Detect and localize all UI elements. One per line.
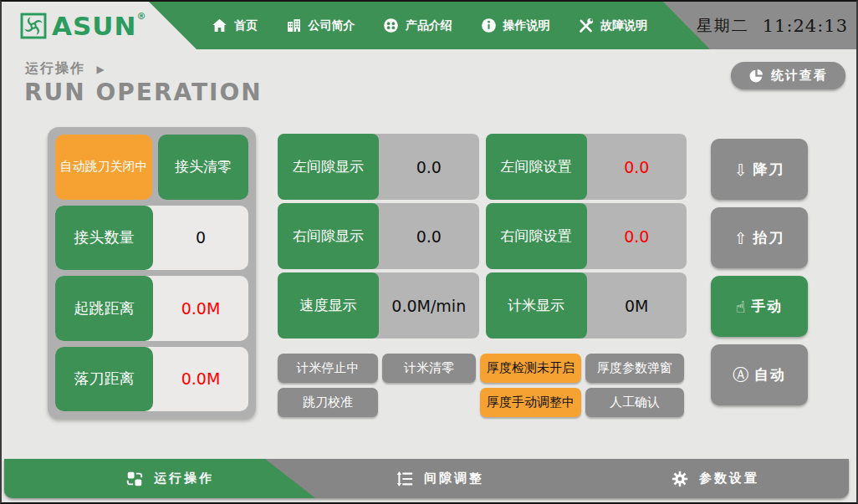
raise-knife-button[interactable]: ⇧ 抬刀 xyxy=(711,207,808,268)
meter-count-display-value: 0M xyxy=(587,272,687,339)
main-nav: 首页 公司简介 产品介绍 操作说明 故障说明 xyxy=(201,2,657,49)
auto-jump-status-button[interactable]: 自动跳刀关闭中 xyxy=(55,135,152,200)
nav-label: 产品介绍 xyxy=(406,18,452,33)
left-gap-display-value: 0.0 xyxy=(379,134,479,200)
right-gap-display: 右间隙显示 0.0 xyxy=(278,203,479,269)
left-gap-display-label: 左间隙显示 xyxy=(278,134,379,200)
right-gap-display-label: 右间隙显示 xyxy=(278,203,379,269)
joint-count-value: 0 xyxy=(153,206,248,271)
knife-drop-distance-value[interactable]: 0.0M xyxy=(153,347,248,412)
header-bar: 首页 公司简介 产品介绍 操作说明 故障说明 ASUN xyxy=(2,2,856,49)
right-gap-setting: 右间隙设置 0.0 xyxy=(486,203,687,269)
breadcrumb-label: 运行操作 xyxy=(25,60,85,76)
hand-touch-icon: ☝ xyxy=(736,298,746,316)
meter-count-display: 计米显示 0M xyxy=(486,272,687,339)
nav-item-products[interactable]: 产品介绍 xyxy=(382,17,452,34)
knife-control-panel: ⇩ 降刀 ⇧ 抬刀 ☝ 手动 Ⓐ 自动 xyxy=(711,139,808,405)
right-gap-display-value: 0.0 xyxy=(379,203,479,269)
clock-time: 11:24:13 xyxy=(763,16,848,36)
lower-knife-button[interactable]: ⇩ 降刀 xyxy=(711,139,808,200)
panel-row: 自动跳刀关闭中 接头清零 xyxy=(55,135,248,200)
right-gap-setting-value[interactable]: 0.0 xyxy=(587,203,687,269)
bottom-tab-run-operation[interactable]: 运行操作 xyxy=(125,459,214,498)
manual-mode-label: 手动 xyxy=(751,297,783,316)
joint-clear-button[interactable]: 接头清零 xyxy=(158,135,248,200)
joint-count-label: 接头数量 xyxy=(55,206,153,271)
info-icon xyxy=(480,17,498,34)
stats-view-label: 统计查看 xyxy=(771,68,828,84)
auto-circle-icon: Ⓐ xyxy=(733,364,748,386)
manual-confirm-button[interactable]: 人工确认 xyxy=(585,388,684,417)
thickness-param-popup-button[interactable]: 厚度参数弹窗 xyxy=(585,354,684,383)
jump-knife-calibrate-button[interactable]: 跳刀校准 xyxy=(278,388,378,417)
speed-display-value: 0.0M/min xyxy=(379,272,479,339)
asun-logo-icon xyxy=(20,13,47,39)
hmi-screen: 首页 公司简介 产品介绍 操作说明 故障说明 ASUN xyxy=(0,0,858,504)
thickness-detect-off-button[interactable]: 厚度检测未开启 xyxy=(480,354,581,383)
gap-adjust-icon xyxy=(396,470,414,488)
breadcrumb-arrow-icon: ▶ xyxy=(97,64,106,75)
left-gap-display: 左间隙显示 0.0 xyxy=(278,134,479,200)
jump-start-distance-label: 起跳距离 xyxy=(55,276,153,341)
nav-label: 操作说明 xyxy=(503,18,550,33)
meter-count-display-label: 计米显示 xyxy=(486,272,587,339)
tools-icon xyxy=(577,17,595,34)
meter-stopped-button[interactable]: 计米停止中 xyxy=(278,354,378,383)
grid-spacer xyxy=(382,388,476,417)
manual-mode-button[interactable]: ☝ 手动 xyxy=(711,276,808,337)
asun-logo: ASUN ® xyxy=(20,13,146,39)
pie-chart-icon xyxy=(748,68,764,84)
weekday-label: 星期二 xyxy=(697,15,749,37)
thickness-manual-adjust-button[interactable]: 厚度手动调整中 xyxy=(480,388,581,417)
meter-reset-button[interactable]: 计米清零 xyxy=(382,354,476,383)
speed-display-label: 速度显示 xyxy=(278,272,379,339)
gear-icon xyxy=(671,470,689,488)
nav-item-home[interactable]: 首页 xyxy=(211,17,258,34)
logo-text: ASUN xyxy=(52,13,136,39)
joint-count-row: 接头数量 0 xyxy=(55,206,248,271)
left-gap-setting-label: 左间隙设置 xyxy=(486,134,587,200)
product-icon xyxy=(382,17,400,34)
speed-display: 速度显示 0.0M/min xyxy=(278,272,479,339)
nav-label: 故障说明 xyxy=(600,18,647,33)
jump-start-distance-row: 起跳距离 0.0M xyxy=(55,276,248,341)
bottom-nav-bar: 运行操作 间隙调整 参数设置 xyxy=(4,459,849,498)
jump-knife-panel: 自动跳刀关闭中 接头清零 接头数量 0 起跳距离 0.0M 落刀距离 0.0M xyxy=(48,127,256,419)
datetime-area: 星期二 11:24:13 xyxy=(663,2,856,49)
nav-label: 首页 xyxy=(234,18,258,33)
logo-area: ASUN ® xyxy=(2,2,202,49)
function-button-grid: 计米停止中 计米清零 厚度检测未开启 厚度参数弹窗 跳刀校准 厚度手动调整中 人… xyxy=(278,354,684,417)
auto-mode-button[interactable]: Ⓐ 自动 xyxy=(711,344,808,405)
arrow-up-icon: ⇧ xyxy=(734,229,748,247)
nav-item-fault-help[interactable]: 故障说明 xyxy=(577,17,647,34)
knife-drop-distance-row: 落刀距离 0.0M xyxy=(55,347,248,412)
bottom-tab-label: 运行操作 xyxy=(154,471,214,486)
knife-drop-distance-label: 落刀距离 xyxy=(55,347,153,412)
nav-item-operation-help[interactable]: 操作说明 xyxy=(480,17,550,34)
auto-mode-label: 自动 xyxy=(754,365,786,384)
nav-label: 公司简介 xyxy=(309,18,355,33)
bottom-tab-label: 间隙调整 xyxy=(424,471,484,486)
bottom-tab-label: 参数设置 xyxy=(699,471,759,486)
run-operation-icon xyxy=(125,470,144,488)
bottom-tab-gap-adjust[interactable]: 间隙调整 xyxy=(396,459,484,498)
lower-knife-label: 降刀 xyxy=(753,160,784,179)
page-title: RUN OPERATION xyxy=(24,79,263,106)
left-gap-setting-value[interactable]: 0.0 xyxy=(587,134,687,200)
logo-registered-mark: ® xyxy=(136,11,146,22)
raise-knife-label: 抬刀 xyxy=(753,228,784,247)
stats-view-button[interactable]: 统计查看 xyxy=(731,62,845,89)
building-icon xyxy=(285,17,303,34)
breadcrumb: 运行操作 ▶ xyxy=(25,60,106,78)
jump-start-distance-value[interactable]: 0.0M xyxy=(153,276,248,341)
nav-item-company[interactable]: 公司简介 xyxy=(285,17,355,34)
arrow-down-icon: ⇩ xyxy=(734,160,748,179)
right-gap-setting-label: 右间隙设置 xyxy=(486,203,587,269)
left-gap-setting: 左间隙设置 0.0 xyxy=(486,134,687,200)
bottom-tab-param-settings[interactable]: 参数设置 xyxy=(671,459,759,498)
home-icon xyxy=(211,17,228,34)
gap-display-grid: 左间隙显示 0.0 左间隙设置 0.0 右间隙显示 0.0 右间隙设置 0.0 … xyxy=(278,134,687,339)
